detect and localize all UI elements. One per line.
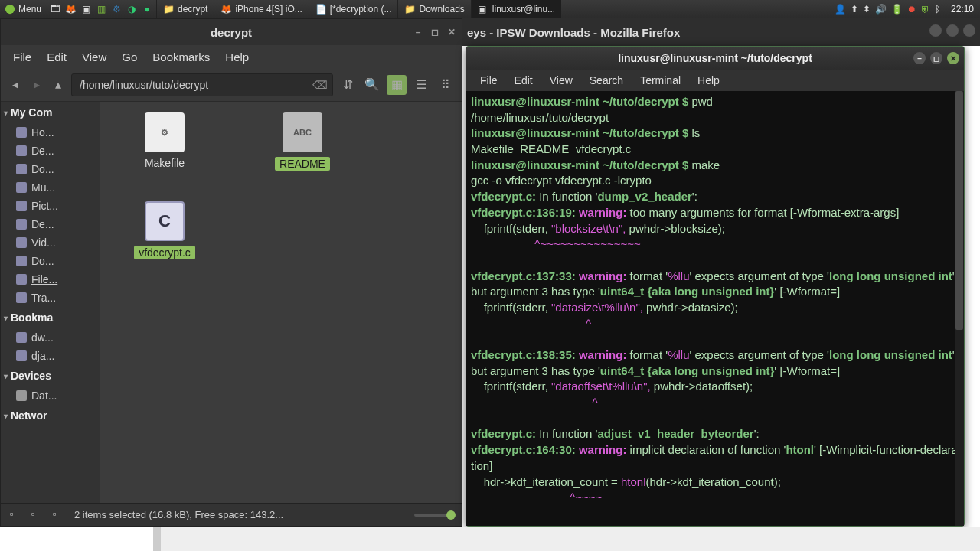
fm-menu-edit[interactable]: Edit [41,47,73,67]
file-manager-window: decrypt – ◻ ✕ FileEditViewGoBookmarksHel… [0,18,462,527]
files-icon[interactable]: ▥ [95,3,107,15]
app-icon[interactable]: ◑ [126,3,138,15]
ff-minimize-button[interactable] [929,24,942,37]
task-downloads[interactable]: 📁Downloads [397,0,470,18]
ff-maximize-button[interactable] [946,24,959,37]
ff-close-button[interactable] [963,24,975,37]
clock[interactable]: 22:10 [945,4,980,15]
status-icon-2[interactable]: ▫ [31,508,45,522]
scrollbar-thumb[interactable] [956,91,963,330]
network-icon[interactable]: ⬍ [863,4,871,15]
sidebar-item[interactable]: Mu... [1,178,100,197]
search-button[interactable]: 🔍 [362,75,382,95]
folder-icon [16,145,27,156]
terminal-line: fprintf(stderr, "dataoffset\t%llu\n", pw… [471,379,959,395]
user-icon[interactable]: 👤 [835,4,846,15]
file-icon: ⚙ [145,112,185,152]
task-label: decrypt [178,4,207,15]
folder-icon [16,201,27,211]
task-linuxusr-linu-[interactable]: ▣linuxusr@linu... [471,0,561,18]
fm-menu-help[interactable]: Help [219,47,255,67]
text-icon: 📄 [315,4,326,15]
task--decryption-[interactable]: 📄[*decryption (... [309,0,398,18]
show-desktop-icon[interactable]: 🗔 [49,3,61,15]
clear-path-icon[interactable]: ⌫ [312,79,328,91]
shield-icon[interactable]: ⛨ [921,4,930,15]
term-close-button[interactable]: ✕ [947,52,959,64]
sidebar-item[interactable]: Do... [1,160,100,178]
terminal-icon[interactable]: ▣ [80,3,92,15]
fm-menu-view[interactable]: View [76,47,113,67]
icon-view-button[interactable]: ▦ [387,75,407,95]
terminal-output[interactable]: linuxusr@linuxusr-mint ~/tuto/decrypt $ … [466,91,964,526]
sidebar-item[interactable]: dw... [1,328,100,347]
up-button[interactable]: ▴ [50,77,67,93]
fm-maximize-button[interactable]: ◻ [430,27,440,37]
term-maximize-button[interactable]: ◻ [930,52,942,64]
sidebar-header-bookma[interactable]: Bookma [1,307,100,328]
sidebar-item[interactable]: dja... [1,347,100,365]
updates-icon[interactable]: ⬆ [851,4,858,15]
sidebar-header-networ[interactable]: Networ [1,405,100,426]
term-minimize-button[interactable]: – [913,52,926,64]
term-menu-help[interactable]: Help [690,72,727,89]
toggle-location-button[interactable]: ⇵ [338,75,358,95]
list-view-button[interactable]: ☰ [411,75,431,95]
firefox-icon[interactable]: 🦊 [64,3,77,15]
volume-icon[interactable]: 🔊 [875,4,887,15]
record-icon[interactable]: ⏺ [907,4,916,15]
fm-file-pane[interactable]: ⚙MakefileABCREADMECvfdecrypt.c [100,102,462,503]
menu-launcher[interactable]: Menu [0,4,46,15]
path-bar[interactable]: /home/linuxusr/tuto/decrypt ⌫ [71,73,333,96]
fm-menu-bookmarks[interactable]: Bookmarks [146,47,216,67]
status-icon-3[interactable]: ▫ [53,508,67,522]
sidebar-item[interactable]: Pict... [1,197,100,215]
term-menu-file[interactable]: File [472,72,505,89]
python-icon[interactable]: ⚙ [110,3,122,15]
zoom-slider[interactable] [414,514,452,517]
sidebar-header-devices[interactable]: Devices [1,365,100,386]
forward-button[interactable]: ▸ [28,77,45,93]
sidebar-item[interactable]: Ho... [1,123,100,142]
task-decrypt[interactable]: 📁decrypt [156,0,214,18]
fm-menu-file[interactable]: File [7,47,38,67]
sidebar-header-mycom[interactable]: My Com [1,102,100,123]
sidebar-item-label: Pict... [31,200,58,212]
term-titlebar[interactable]: linuxusr@linuxusr-mint ~/tuto/decrypt – … [466,47,964,70]
term-menu-terminal[interactable]: Terminal [632,72,688,89]
app2-icon[interactable]: ● [141,3,153,15]
terminal-line: linuxusr@linuxusr-mint ~/tuto/decrypt $ … [471,126,959,142]
sidebar-item[interactable]: De... [1,142,100,160]
sidebar-item[interactable]: Vid... [1,233,100,252]
terminal-line: vfdecrypt.c: In function 'adjust_v1_head… [471,426,959,442]
sidebar-item[interactable]: Do... [1,252,100,270]
firefox-title-text: eys - IPSW Downloads - Mozilla Firefox [467,26,680,39]
file-label: README [275,157,330,171]
term-menu-view[interactable]: View [542,72,580,89]
sidebar-item[interactable]: Tra... [1,289,100,307]
fm-titlebar[interactable]: decrypt – ◻ ✕ [1,19,462,45]
file-item[interactable]: ⚙Makefile [111,112,218,171]
sidebar-item-label: Do... [31,255,54,267]
sidebar-item-label: De... [31,145,54,157]
term-menu-edit[interactable]: Edit [507,72,541,89]
folder-icon: 📁 [404,4,415,15]
status-icon-1[interactable]: ▫ [10,508,24,522]
compact-view-button[interactable]: ⠿ [436,75,456,95]
terminal-window: linuxusr@linuxusr-mint ~/tuto/decrypt – … [466,46,965,527]
file-item[interactable]: ABCREADME [249,112,356,171]
fm-close-button[interactable]: ✕ [446,27,457,37]
fm-menu-go[interactable]: Go [116,47,143,67]
battery-icon[interactable]: 🔋 [891,4,903,15]
firefox-icon: 🦊 [220,4,231,15]
back-button[interactable]: ◂ [7,77,24,93]
sidebar-item[interactable]: Dat... [1,386,100,405]
term-menu-search[interactable]: Search [582,72,631,89]
sidebar-item[interactable]: De... [1,215,100,233]
bluetooth-icon[interactable]: ᛒ [935,4,940,15]
task-iphone-4-s-io-[interactable]: 🦊iPhone 4[S] iO... [214,0,308,18]
file-item[interactable]: Cvfdecrypt.c [111,201,218,259]
terminal-scrollbar[interactable] [955,91,964,526]
sidebar-item[interactable]: File... [1,270,100,289]
fm-minimize-button[interactable]: – [413,27,423,37]
